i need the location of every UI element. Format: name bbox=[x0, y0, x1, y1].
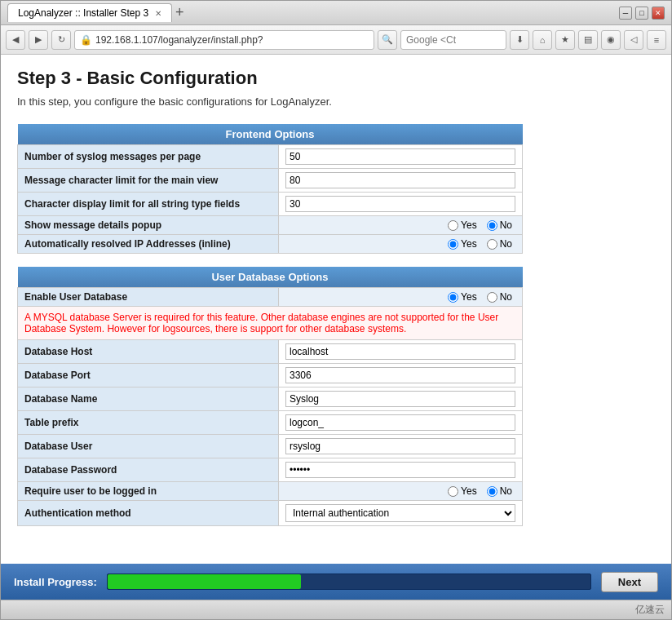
table-row: Message character limit for the main vie… bbox=[18, 169, 523, 193]
download-button[interactable]: ⬇ bbox=[510, 30, 529, 50]
no-label: No bbox=[487, 485, 512, 497]
no-label: No bbox=[487, 219, 512, 231]
field-label: Database Host bbox=[18, 340, 279, 364]
bookmark-button[interactable]: ▤ bbox=[578, 30, 598, 50]
url-text: 192.168.1.107/loganalyzer/install.php? bbox=[95, 34, 263, 46]
enable-user-db-no-radio[interactable] bbox=[487, 292, 497, 303]
show-details-no-radio[interactable] bbox=[487, 220, 497, 231]
favorites-button[interactable]: ★ bbox=[555, 30, 575, 50]
new-tab-button[interactable]: + bbox=[175, 4, 184, 21]
user-db-section-header: User Database Options bbox=[18, 267, 523, 288]
field-label: Enable User Database bbox=[18, 288, 279, 307]
search-icon-btn[interactable]: 🔍 bbox=[378, 30, 397, 50]
minimize-button[interactable]: ─ bbox=[619, 7, 632, 20]
maximize-button[interactable]: □ bbox=[635, 7, 648, 20]
table-row: Require user to be logged in Yes No bbox=[18, 482, 523, 501]
tab-title: LogAnalyzer :: Installer Step 3 bbox=[18, 7, 148, 19]
auto-resolve-no-radio[interactable] bbox=[487, 239, 497, 250]
radio-group: Yes No bbox=[285, 238, 512, 250]
search-input[interactable] bbox=[400, 30, 506, 50]
back2-button[interactable]: ◁ bbox=[624, 30, 643, 50]
table-row: Database Password bbox=[18, 458, 523, 482]
field-value-cell: Internal authentication LDAP authenticat… bbox=[279, 501, 523, 526]
char-display-limit-input[interactable] bbox=[285, 196, 515, 212]
syslog-messages-input[interactable] bbox=[285, 148, 515, 165]
field-value-cell bbox=[279, 458, 523, 482]
window-controls: ─ □ ✕ bbox=[619, 7, 665, 20]
page-content: Step 3 - Basic Configuration In this ste… bbox=[1, 55, 671, 564]
page-title: Step 3 - Basic Configuration bbox=[17, 68, 655, 89]
yes-label: Yes bbox=[448, 485, 477, 497]
require-login-no-radio[interactable] bbox=[487, 486, 497, 497]
title-bar: LogAnalyzer :: Installer Step 3 ✕ + ─ □ … bbox=[1, 1, 671, 25]
install-progress-label: Install Progress: bbox=[14, 576, 97, 588]
frontend-options-table: Frontend Options Number of syslog messag… bbox=[17, 124, 523, 254]
database-user-input[interactable] bbox=[285, 438, 515, 454]
radio-group: Yes No bbox=[285, 485, 512, 497]
no-label: No bbox=[487, 238, 512, 250]
auto-resolve-yes-radio[interactable] bbox=[448, 239, 458, 250]
yes-label: Yes bbox=[448, 219, 477, 231]
next-button[interactable]: Next bbox=[601, 572, 658, 592]
browser-window: LogAnalyzer :: Installer Step 3 ✕ + ─ □ … bbox=[0, 0, 672, 620]
tab-close-icon[interactable]: ✕ bbox=[155, 9, 161, 18]
close-button[interactable]: ✕ bbox=[652, 7, 665, 20]
back-button[interactable]: ◀ bbox=[6, 30, 25, 50]
frontend-section-header-row: Frontend Options bbox=[18, 124, 523, 145]
field-label: Database Name bbox=[18, 388, 279, 411]
radio-cell: Yes No bbox=[279, 235, 523, 254]
forward-button[interactable]: ▶ bbox=[29, 30, 48, 50]
progress-bar-container bbox=[107, 574, 591, 590]
database-port-input[interactable] bbox=[285, 367, 515, 383]
table-row: Automatically resolved IP Addresses (inl… bbox=[18, 235, 523, 254]
field-label: Message character limit for the main vie… bbox=[18, 169, 279, 193]
warning-text: A MYSQL database Server is required for … bbox=[18, 307, 523, 340]
database-password-input[interactable] bbox=[285, 462, 515, 478]
more-button[interactable]: ≡ bbox=[647, 30, 666, 50]
require-login-yes-radio[interactable] bbox=[448, 486, 458, 497]
bottom-bar: Install Progress: Next bbox=[1, 564, 671, 600]
no-label: No bbox=[487, 291, 512, 303]
message-char-limit-input[interactable] bbox=[285, 172, 515, 188]
yes-label: Yes bbox=[448, 291, 477, 303]
field-value-cell bbox=[279, 145, 523, 169]
table-row: Authentication method Internal authentic… bbox=[18, 501, 523, 526]
field-label: Show message details popup bbox=[18, 216, 279, 235]
table-row: Table prefix bbox=[18, 411, 523, 435]
user-db-section-header-row: User Database Options bbox=[18, 267, 523, 288]
globe-button[interactable]: ◉ bbox=[601, 30, 621, 50]
page-subtitle: In this step, you configure the basic co… bbox=[17, 95, 655, 108]
field-value-cell bbox=[279, 340, 523, 364]
browser-tab[interactable]: LogAnalyzer :: Installer Step 3 ✕ bbox=[7, 3, 172, 22]
table-row: Enable User Database Yes No bbox=[18, 288, 523, 307]
field-value-cell bbox=[279, 388, 523, 411]
auth-method-select[interactable]: Internal authentication LDAP authenticat… bbox=[285, 504, 515, 522]
show-details-yes-radio[interactable] bbox=[448, 220, 458, 231]
nav-bar: ◀ ▶ ↻ 🔒 192.168.1.107/loganalyzer/instal… bbox=[1, 25, 671, 55]
field-label: Table prefix bbox=[18, 411, 279, 435]
enable-user-db-yes-radio[interactable] bbox=[448, 292, 458, 303]
database-name-input[interactable] bbox=[285, 391, 515, 407]
radio-group: Yes No bbox=[285, 291, 512, 303]
user-database-options-table: User Database Options Enable User Databa… bbox=[17, 267, 523, 526]
table-row: Database Port bbox=[18, 364, 523, 388]
refresh-button[interactable]: ↻ bbox=[51, 30, 71, 50]
field-label: Number of syslog messages per page bbox=[18, 145, 279, 169]
frontend-section-header: Frontend Options bbox=[18, 124, 523, 145]
home-button[interactable]: ⌂ bbox=[533, 30, 552, 50]
warning-row: A MYSQL database Server is required for … bbox=[18, 307, 523, 340]
field-label: Require user to be logged in bbox=[18, 482, 279, 501]
radio-group: Yes No bbox=[285, 219, 512, 231]
field-value-cell bbox=[279, 193, 523, 216]
radio-cell: Yes No bbox=[279, 288, 523, 307]
status-bar: 亿速云 bbox=[1, 600, 671, 619]
field-label: Automatically resolved IP Addresses (inl… bbox=[18, 235, 279, 254]
database-host-input[interactable] bbox=[285, 343, 515, 360]
progress-bar-fill bbox=[108, 574, 301, 589]
watermark-text: 亿速云 bbox=[635, 603, 665, 617]
table-prefix-input[interactable] bbox=[285, 414, 515, 431]
address-bar[interactable]: 🔒 192.168.1.107/loganalyzer/install.php? bbox=[74, 30, 374, 50]
yes-label: Yes bbox=[448, 238, 477, 250]
field-label: Database Port bbox=[18, 364, 279, 388]
radio-cell: Yes No bbox=[279, 482, 523, 501]
